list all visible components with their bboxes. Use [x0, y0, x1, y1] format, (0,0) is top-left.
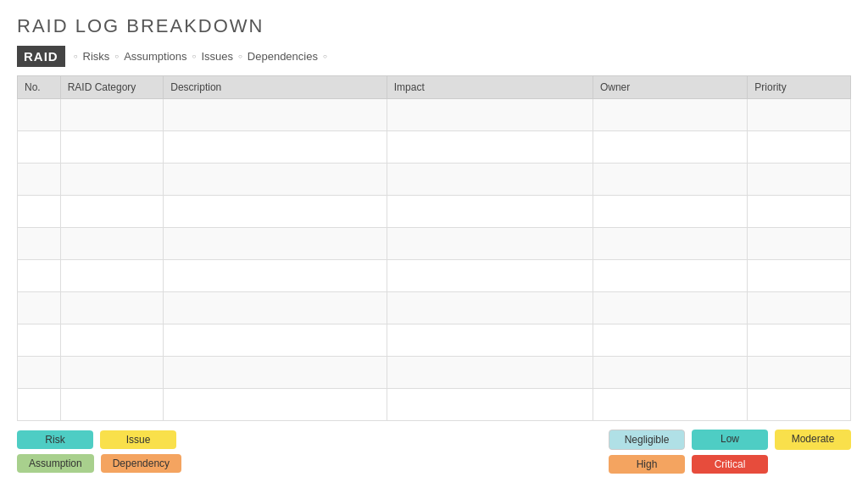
table-cell-9-2 [164, 389, 387, 421]
table-cell-3-2 [164, 196, 387, 228]
table-cell-3-5 [748, 196, 851, 228]
table-cell-9-1 [60, 389, 164, 421]
table-cell-2-4 [593, 164, 747, 196]
table-cell-4-2 [164, 228, 387, 260]
table-row [18, 324, 851, 357]
table-cell-4-0 [18, 228, 61, 260]
dot-5: ○ [323, 53, 327, 60]
table-row [18, 292, 851, 324]
table-cell-1-3 [387, 131, 593, 164]
badge-moderate: Moderate [775, 430, 851, 450]
table-row [18, 260, 851, 292]
col-header-category: RAID Category [60, 76, 164, 99]
badge-critical: Critical [692, 455, 768, 474]
table-cell-4-1 [60, 228, 164, 260]
nav-dependencies[interactable]: Dependencies [248, 50, 318, 63]
table-cell-3-0 [18, 196, 61, 228]
table-row [18, 228, 851, 260]
nav-risks[interactable]: Risks [83, 50, 110, 63]
table-cell-5-5 [748, 260, 851, 292]
table-cell-6-1 [60, 292, 164, 324]
table-cell-1-5 [748, 131, 851, 164]
table-cell-7-0 [18, 324, 61, 357]
table-cell-8-4 [593, 357, 747, 389]
table-cell-7-5 [748, 324, 851, 357]
table-cell-1-2 [164, 131, 387, 164]
table-cell-3-3 [387, 196, 593, 228]
table-cell-2-0 [18, 164, 61, 196]
table-cell-6-4 [593, 292, 747, 324]
table-cell-0-5 [748, 99, 851, 131]
table-cell-7-3 [387, 324, 593, 357]
table-cell-5-1 [60, 260, 164, 292]
table-row [18, 164, 851, 196]
legend-left-row-1: Risk Issue [17, 430, 181, 449]
table-row [18, 99, 851, 131]
table-cell-3-4 [593, 196, 747, 228]
table-cell-6-5 [748, 292, 851, 324]
table-cell-0-3 [387, 99, 593, 131]
table-cell-1-1 [60, 131, 164, 164]
legend-area: Risk Issue Assumption Dependency Negligi… [17, 430, 851, 474]
legend-left-row-2: Assumption Dependency [17, 454, 181, 473]
badge-low: Low [692, 430, 768, 450]
table-cell-6-3 [387, 292, 593, 324]
badge-assumption: Assumption [17, 454, 94, 473]
table-cell-8-5 [748, 357, 851, 389]
col-header-no: No. [18, 76, 61, 99]
table-row [18, 131, 851, 164]
table-cell-7-4 [593, 324, 747, 357]
table-cell-2-3 [387, 164, 593, 196]
table-row [18, 357, 851, 389]
nav-issues[interactable]: Issues [201, 50, 233, 63]
table-cell-0-2 [164, 99, 387, 131]
col-header-priority: Priority [748, 76, 851, 99]
table-cell-4-4 [593, 228, 747, 260]
table-cell-1-4 [593, 131, 747, 164]
raid-header: RAID ○ Risks ○ Assumptions ○ Issues ○ De… [17, 46, 851, 67]
legend-right-row-1: Negligible Low Moderate [609, 430, 851, 450]
table-row [18, 196, 851, 228]
table-cell-6-0 [18, 292, 61, 324]
table-cell-8-1 [60, 357, 164, 389]
raid-nav: ○ Risks ○ Assumptions ○ Issues ○ Depende… [74, 50, 327, 63]
raid-table: No. RAID Category Description Impact Own… [17, 75, 851, 421]
badge-dependency: Dependency [101, 454, 181, 473]
legend-left: Risk Issue Assumption Dependency [17, 430, 181, 473]
col-header-description: Description [164, 76, 387, 99]
table-cell-7-1 [60, 324, 164, 357]
table-cell-1-0 [18, 131, 61, 164]
table-cell-2-1 [60, 164, 164, 196]
raid-badge: RAID [17, 46, 65, 67]
col-header-owner: Owner [593, 76, 747, 99]
table-cell-5-4 [593, 260, 747, 292]
table-cell-7-2 [164, 324, 387, 357]
table-cell-5-0 [18, 260, 61, 292]
dot-3: ○ [192, 53, 197, 60]
badge-issue: Issue [100, 430, 176, 449]
table-cell-9-4 [593, 389, 747, 421]
table-cell-0-4 [593, 99, 747, 131]
nav-assumptions[interactable]: Assumptions [124, 50, 186, 63]
page-title: RAID LOG BREAKDOWN [17, 15, 851, 37]
badge-high: High [609, 455, 685, 474]
table-header-row: No. RAID Category Description Impact Own… [18, 76, 851, 99]
badge-risk: Risk [17, 430, 93, 449]
table-row [18, 389, 851, 421]
col-header-impact: Impact [387, 76, 593, 99]
table-cell-5-3 [387, 260, 593, 292]
legend-right-row-2: High Critical [609, 455, 851, 474]
dot-2: ○ [114, 53, 119, 60]
badge-negligible: Negligible [609, 430, 685, 450]
dot-4: ○ [238, 53, 242, 60]
table-cell-8-3 [387, 357, 593, 389]
table-cell-0-1 [60, 99, 164, 131]
table-cell-8-0 [18, 357, 61, 389]
table-cell-2-2 [164, 164, 387, 196]
table-cell-0-0 [18, 99, 61, 131]
table-cell-9-0 [18, 389, 61, 421]
table-cell-2-5 [748, 164, 851, 196]
table-cell-9-5 [748, 389, 851, 421]
table-cell-6-2 [164, 292, 387, 324]
dot-1: ○ [74, 53, 78, 60]
